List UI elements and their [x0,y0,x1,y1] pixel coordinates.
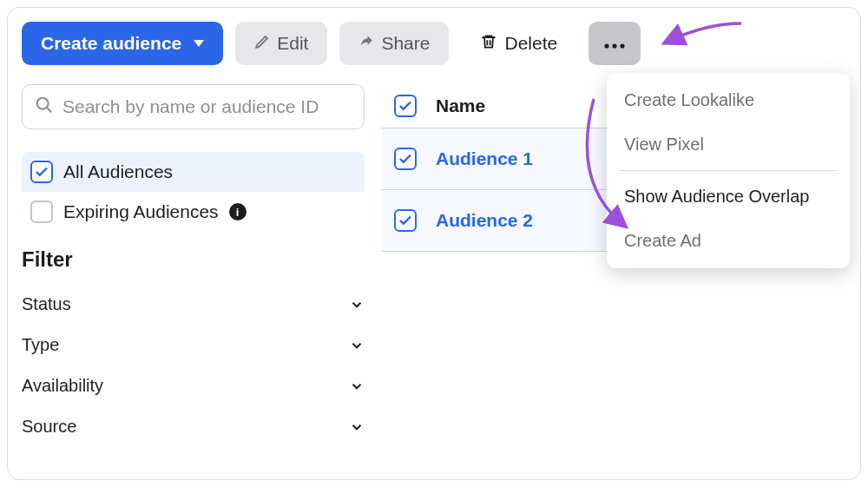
dropdown-create-ad[interactable]: Create Ad [607,219,850,263]
dropdown-create-lookalike[interactable]: Create Lookalike [607,78,850,122]
filter-availability[interactable]: Availability [22,365,365,406]
delete-button[interactable]: Delete [461,22,576,65]
caret-down-icon [194,40,204,47]
info-icon: i [229,203,247,220]
select-all-checkbox[interactable] [394,95,417,117]
chevron-down-icon [349,297,365,313]
svg-point-2 [621,43,625,48]
ellipsis-icon [603,33,626,54]
checkbox-unchecked-icon [30,201,53,223]
filter-source[interactable]: Source [22,406,365,447]
share-button[interactable]: Share [339,22,449,65]
svg-point-3 [37,97,49,109]
more-dropdown: Create Lookalike View Pixel Show Audienc… [607,73,850,268]
delete-label: Delete [504,33,557,54]
create-audience-button[interactable]: Create audience [22,22,223,65]
audience-name-link[interactable]: Audience 1 [436,148,533,169]
toolbar: Create audience Edit Share Delete [22,22,846,65]
filter-status-label: Status [22,294,71,314]
pencil-icon [254,33,270,54]
audience-filter-list: All Audiences Expiring Audiences i [22,152,365,232]
filter-availability-label: Availability [22,376,103,396]
filter-type-label: Type [22,335,59,355]
audience-name-link[interactable]: Audience 2 [436,210,533,231]
filter-status[interactable]: Status [22,284,365,325]
chevron-down-icon [349,378,365,394]
sidebar-item-all-audiences[interactable]: All Audiences [22,152,365,192]
expiring-audiences-label: Expiring Audiences [63,201,219,222]
dropdown-divider [619,170,838,171]
sidebar-item-expiring-audiences[interactable]: Expiring Audiences i [22,192,365,232]
edit-label: Edit [277,33,308,54]
checkbox-checked-icon [30,161,53,183]
chevron-down-icon [349,338,365,353]
create-audience-label: Create audience [41,33,181,54]
filter-heading: Filter [22,247,365,272]
search-placeholder: Search by name or audience ID [62,96,319,117]
filter-source-label: Source [22,417,76,437]
svg-point-0 [605,43,609,48]
search-input[interactable]: Search by name or audience ID [22,84,365,129]
left-sidebar: Search by name or audience ID All Audien… [22,84,365,447]
header-name-label: Name [436,95,485,116]
more-button[interactable] [589,22,641,65]
svg-point-1 [613,43,617,48]
chevron-down-icon [349,419,365,435]
edit-button[interactable]: Edit [235,22,327,65]
row-checkbox[interactable] [394,209,417,232]
row-checkbox[interactable] [394,148,417,170]
trash-icon [480,33,497,55]
search-icon [35,95,54,119]
share-icon [358,33,374,54]
filter-type[interactable]: Type [22,325,365,365]
dropdown-view-pixel[interactable]: View Pixel [607,122,850,167]
all-audiences-label: All Audiences [63,161,173,182]
dropdown-show-audience-overlap[interactable]: Show Audience Overlap [607,174,850,219]
share-label: Share [381,33,430,54]
